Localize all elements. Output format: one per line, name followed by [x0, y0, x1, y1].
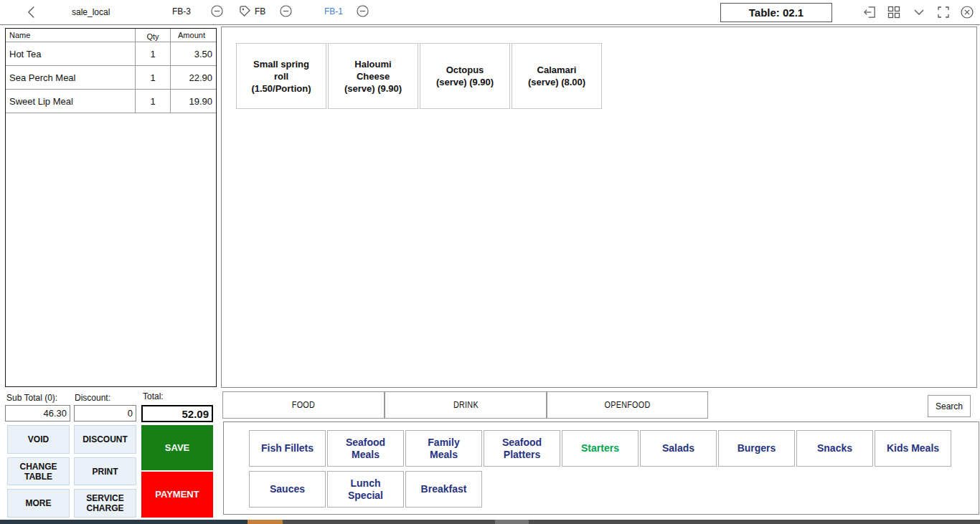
back-icon[interactable]	[26, 5, 37, 22]
header-amount: Amount	[171, 29, 216, 42]
header-qty: Qty	[135, 29, 171, 42]
category-row: Sauces Lunch Special Breakfast	[249, 471, 482, 508]
taskbar-segment	[0, 520, 248, 524]
order-items-panel: Name Qty Amount Hot Tea 1 3.50 Sea Perch…	[5, 28, 217, 387]
taskbar-segment	[248, 520, 283, 524]
service-charge-button[interactable]: SERVICE CHARGE	[74, 489, 136, 518]
menu-tab-label: FOOD	[292, 400, 315, 410]
top-bar-separator	[0, 24, 980, 25]
top-bar: sale_local FB-3 FB FB-1 Table: 02.1	[0, 0, 980, 24]
order-tab-fb[interactable]: FB	[255, 6, 265, 16]
chevron-down-icon[interactable]	[913, 6, 925, 22]
order-tab-fb1-active[interactable]: FB-1	[324, 6, 343, 16]
item-name: Sweet Lip Meal	[6, 96, 135, 107]
close-icon[interactable]	[961, 6, 974, 22]
item-amount: 22.90	[171, 72, 216, 83]
discount-input[interactable]	[74, 405, 136, 421]
category-row: Fish Fillets Seafood Meals Family Meals …	[249, 430, 951, 467]
item-amount: 19.90	[171, 96, 216, 107]
category-button[interactable]: Burgers	[718, 430, 795, 467]
item-name: Sea Perch Meal	[6, 72, 135, 83]
menu-tab-openfood[interactable]: OPENFOOD	[547, 391, 708, 419]
category-panel: Fish Fillets Seafood Meals Family Meals …	[223, 421, 979, 515]
tag-icon	[239, 5, 251, 20]
taskbar-sliver	[0, 520, 980, 524]
order-tab-fb3[interactable]: FB-3	[172, 6, 191, 16]
total-input[interactable]	[141, 405, 213, 422]
pos-screen: sale_local FB-3 FB FB-1 Table: 02.1	[0, 0, 980, 524]
category-button[interactable]: Kids Meals	[875, 430, 951, 467]
sale-mode-label: sale_local	[72, 7, 110, 17]
header-name: Name	[6, 29, 135, 42]
order-row[interactable]: Sea Perch Meal 1 22.90	[6, 66, 216, 90]
order-tab-fb1-minus-icon[interactable]	[357, 5, 369, 20]
void-button[interactable]: VOID	[7, 425, 70, 454]
order-tab-fb3-minus-icon[interactable]	[211, 5, 223, 20]
product-row: Small spring roll (1.50/Portion) Haloumi…	[236, 43, 602, 109]
category-button[interactable]: Lunch Special	[327, 471, 404, 508]
item-qty: 1	[135, 66, 171, 89]
item-qty: 1	[135, 42, 171, 65]
search-button[interactable]: Search	[928, 395, 971, 417]
product-grid-panel: Small spring roll (1.50/Portion) Haloumi…	[221, 27, 977, 388]
print-button[interactable]: PRINT	[74, 457, 136, 485]
subtotal-input[interactable]	[5, 405, 70, 421]
category-button[interactable]: Salads	[640, 430, 717, 467]
category-button[interactable]: Seafood Meals	[327, 430, 404, 467]
order-tab-fb-minus-icon[interactable]	[280, 5, 292, 20]
order-row[interactable]: Sweet Lip Meal 1 19.90	[6, 90, 216, 113]
menu-tab-food[interactable]: FOOD	[222, 391, 385, 419]
item-qty: 1	[135, 90, 171, 113]
taskbar-segment	[495, 520, 529, 524]
discount-label: Discount:	[75, 393, 110, 403]
logout-icon[interactable]	[863, 6, 877, 22]
category-button[interactable]: Breakfast	[405, 471, 482, 508]
menu-tab-label: DRINK	[453, 400, 479, 410]
save-button[interactable]: SAVE	[141, 425, 213, 470]
product-button[interactable]: Octopus (serve) (9.90)	[420, 43, 510, 109]
total-label: Total:	[143, 391, 164, 401]
category-button[interactable]: Seafood Platters	[484, 430, 560, 467]
product-button[interactable]: Calamari (serve) (8.00)	[512, 43, 602, 109]
menu-tab-label: OPENFOOD	[605, 400, 651, 410]
table-number-button[interactable]: Table: 02.1	[720, 3, 832, 22]
category-button[interactable]: Family Meals	[405, 430, 482, 467]
product-button[interactable]: Haloumi Cheese (serve) (9.90)	[328, 43, 418, 109]
item-amount: 3.50	[171, 49, 216, 59]
discount-button[interactable]: DISCOUNT	[74, 425, 136, 454]
fullscreen-icon[interactable]	[937, 6, 950, 22]
menu-tab-drink[interactable]: DRINK	[385, 391, 547, 419]
grid-layout-icon[interactable]	[887, 6, 900, 22]
order-table-header: Name Qty Amount	[6, 29, 216, 42]
more-button[interactable]: MORE	[7, 489, 70, 518]
product-button[interactable]: Small spring roll (1.50/Portion)	[236, 43, 326, 109]
category-button[interactable]: Sauces	[249, 471, 326, 508]
order-row[interactable]: Hot Tea 1 3.50	[6, 42, 216, 66]
item-name: Hot Tea	[6, 49, 135, 59]
payment-button[interactable]: PAYMENT	[141, 472, 213, 518]
category-button[interactable]: Snacks	[796, 430, 873, 467]
subtotal-label: Sub Total (0):	[6, 393, 57, 403]
change-table-button[interactable]: CHANGE TABLE	[7, 457, 70, 485]
category-button[interactable]: Starters	[562, 430, 639, 467]
category-button[interactable]: Fish Fillets	[249, 430, 326, 467]
